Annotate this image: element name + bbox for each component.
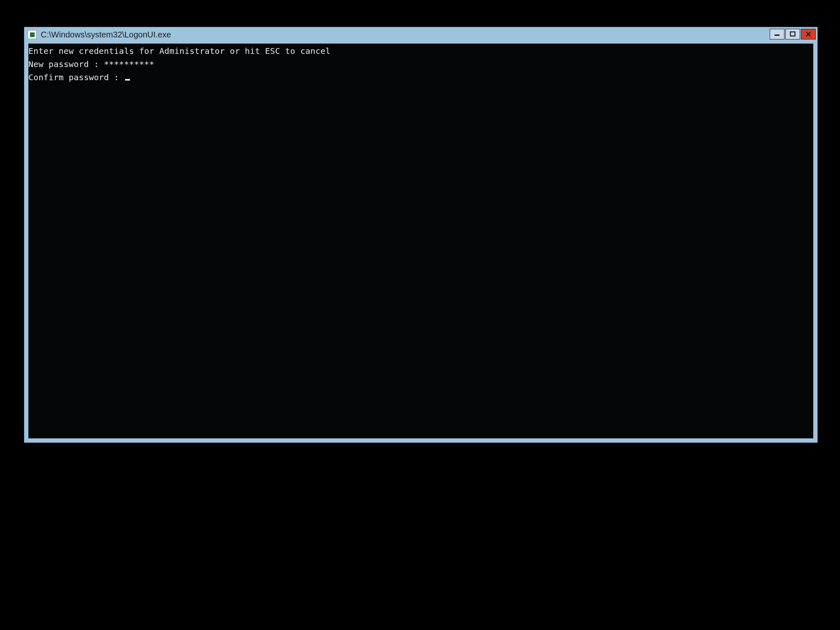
minimize-button[interactable] xyxy=(770,29,784,39)
console-area[interactable]: Enter new credentials for Administrator … xyxy=(28,44,813,438)
prompt-instruction: Enter new credentials for Administrator … xyxy=(28,44,813,58)
app-icon xyxy=(28,30,37,39)
svg-rect-1 xyxy=(791,32,795,36)
window-controls xyxy=(770,29,816,39)
minimize-icon xyxy=(774,31,780,37)
confirm-password-label: Confirm password : xyxy=(28,72,124,82)
logonui-window: C:\Windows\system32\LogonUI.exe Enter n xyxy=(24,27,818,443)
maximize-button[interactable] xyxy=(785,29,800,39)
cursor-icon xyxy=(125,79,130,81)
titlebar[interactable]: C:\Windows\system32\LogonUI.exe xyxy=(24,27,817,42)
new-password-line: New password : ********** xyxy=(28,58,813,71)
svg-rect-0 xyxy=(775,35,780,36)
window-title: C:\Windows\system32\LogonUI.exe xyxy=(41,30,171,39)
new-password-label: New password : xyxy=(28,59,104,69)
close-icon xyxy=(805,31,811,37)
new-password-value: ********** xyxy=(104,59,154,69)
close-button[interactable] xyxy=(801,29,816,39)
confirm-password-line: Confirm password : xyxy=(28,71,813,84)
maximize-icon xyxy=(790,31,796,37)
